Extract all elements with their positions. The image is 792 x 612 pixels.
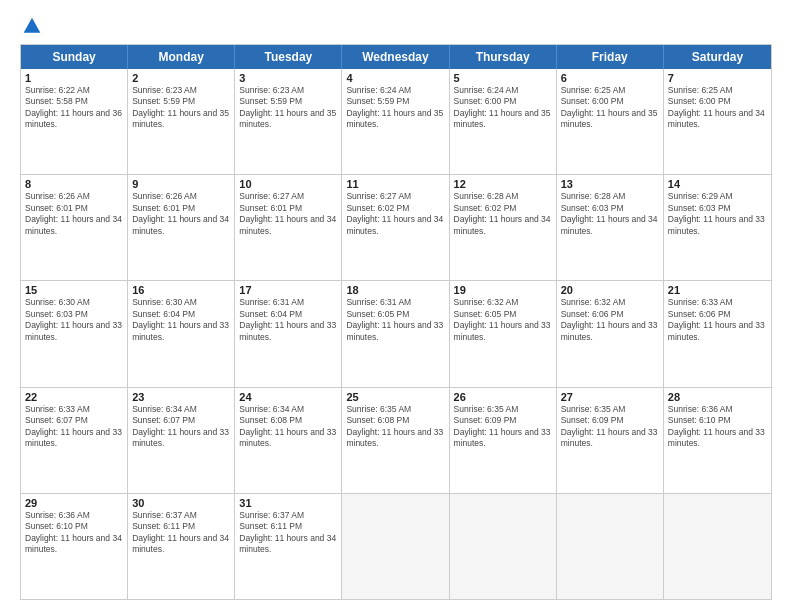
cell-info: Sunrise: 6:26 AMSunset: 6:01 PMDaylight:… [25, 191, 123, 237]
day-number: 4 [346, 72, 444, 84]
cell-info: Sunrise: 6:34 AMSunset: 6:07 PMDaylight:… [132, 404, 230, 450]
cell-info: Sunrise: 6:35 AMSunset: 6:09 PMDaylight:… [454, 404, 552, 450]
day-number: 12 [454, 178, 552, 190]
cell-info: Sunrise: 6:23 AMSunset: 5:59 PMDaylight:… [132, 85, 230, 131]
day-cell-19: 19Sunrise: 6:32 AMSunset: 6:05 PMDayligh… [450, 281, 557, 386]
day-number: 28 [668, 391, 767, 403]
day-cell-11: 11Sunrise: 6:27 AMSunset: 6:02 PMDayligh… [342, 175, 449, 280]
page: SundayMondayTuesdayWednesdayThursdayFrid… [0, 0, 792, 612]
day-number: 17 [239, 284, 337, 296]
day-cell-23: 23Sunrise: 6:34 AMSunset: 6:07 PMDayligh… [128, 388, 235, 493]
cell-info: Sunrise: 6:33 AMSunset: 6:07 PMDaylight:… [25, 404, 123, 450]
day-cell-30: 30Sunrise: 6:37 AMSunset: 6:11 PMDayligh… [128, 494, 235, 599]
week-row-2: 8Sunrise: 6:26 AMSunset: 6:01 PMDaylight… [21, 175, 771, 281]
header-day-wednesday: Wednesday [342, 45, 449, 69]
day-number: 20 [561, 284, 659, 296]
day-number: 23 [132, 391, 230, 403]
header [20, 16, 772, 34]
cell-info: Sunrise: 6:37 AMSunset: 6:11 PMDaylight:… [132, 510, 230, 556]
cell-info: Sunrise: 6:28 AMSunset: 6:03 PMDaylight:… [561, 191, 659, 237]
cell-info: Sunrise: 6:35 AMSunset: 6:08 PMDaylight:… [346, 404, 444, 450]
day-cell-14: 14Sunrise: 6:29 AMSunset: 6:03 PMDayligh… [664, 175, 771, 280]
header-day-monday: Monday [128, 45, 235, 69]
day-number: 18 [346, 284, 444, 296]
day-number: 7 [668, 72, 767, 84]
day-cell-24: 24Sunrise: 6:34 AMSunset: 6:08 PMDayligh… [235, 388, 342, 493]
day-cell-13: 13Sunrise: 6:28 AMSunset: 6:03 PMDayligh… [557, 175, 664, 280]
day-cell-16: 16Sunrise: 6:30 AMSunset: 6:04 PMDayligh… [128, 281, 235, 386]
day-cell-18: 18Sunrise: 6:31 AMSunset: 6:05 PMDayligh… [342, 281, 449, 386]
day-number: 9 [132, 178, 230, 190]
day-cell-28: 28Sunrise: 6:36 AMSunset: 6:10 PMDayligh… [664, 388, 771, 493]
header-day-saturday: Saturday [664, 45, 771, 69]
header-day-friday: Friday [557, 45, 664, 69]
empty-cell [450, 494, 557, 599]
day-cell-25: 25Sunrise: 6:35 AMSunset: 6:08 PMDayligh… [342, 388, 449, 493]
day-cell-5: 5Sunrise: 6:24 AMSunset: 6:00 PMDaylight… [450, 69, 557, 174]
calendar-header: SundayMondayTuesdayWednesdayThursdayFrid… [21, 45, 771, 69]
cell-info: Sunrise: 6:36 AMSunset: 6:10 PMDaylight:… [668, 404, 767, 450]
day-number: 19 [454, 284, 552, 296]
week-row-1: 1Sunrise: 6:22 AMSunset: 5:58 PMDaylight… [21, 69, 771, 175]
day-number: 16 [132, 284, 230, 296]
svg-marker-0 [24, 18, 41, 33]
logo [20, 16, 42, 34]
day-number: 29 [25, 497, 123, 509]
cell-info: Sunrise: 6:30 AMSunset: 6:03 PMDaylight:… [25, 297, 123, 343]
day-number: 8 [25, 178, 123, 190]
day-cell-29: 29Sunrise: 6:36 AMSunset: 6:10 PMDayligh… [21, 494, 128, 599]
day-number: 30 [132, 497, 230, 509]
day-number: 1 [25, 72, 123, 84]
cell-info: Sunrise: 6:28 AMSunset: 6:02 PMDaylight:… [454, 191, 552, 237]
day-cell-15: 15Sunrise: 6:30 AMSunset: 6:03 PMDayligh… [21, 281, 128, 386]
day-cell-8: 8Sunrise: 6:26 AMSunset: 6:01 PMDaylight… [21, 175, 128, 280]
day-cell-31: 31Sunrise: 6:37 AMSunset: 6:11 PMDayligh… [235, 494, 342, 599]
calendar: SundayMondayTuesdayWednesdayThursdayFrid… [20, 44, 772, 600]
empty-cell [664, 494, 771, 599]
day-cell-1: 1Sunrise: 6:22 AMSunset: 5:58 PMDaylight… [21, 69, 128, 174]
day-number: 25 [346, 391, 444, 403]
day-number: 26 [454, 391, 552, 403]
cell-info: Sunrise: 6:27 AMSunset: 6:02 PMDaylight:… [346, 191, 444, 237]
cell-info: Sunrise: 6:22 AMSunset: 5:58 PMDaylight:… [25, 85, 123, 131]
day-cell-27: 27Sunrise: 6:35 AMSunset: 6:09 PMDayligh… [557, 388, 664, 493]
cell-info: Sunrise: 6:32 AMSunset: 6:05 PMDaylight:… [454, 297, 552, 343]
cell-info: Sunrise: 6:25 AMSunset: 6:00 PMDaylight:… [561, 85, 659, 131]
day-cell-4: 4Sunrise: 6:24 AMSunset: 5:59 PMDaylight… [342, 69, 449, 174]
cell-info: Sunrise: 6:31 AMSunset: 6:04 PMDaylight:… [239, 297, 337, 343]
cell-info: Sunrise: 6:36 AMSunset: 6:10 PMDaylight:… [25, 510, 123, 556]
header-day-thursday: Thursday [450, 45, 557, 69]
day-cell-26: 26Sunrise: 6:35 AMSunset: 6:09 PMDayligh… [450, 388, 557, 493]
day-cell-7: 7Sunrise: 6:25 AMSunset: 6:00 PMDaylight… [664, 69, 771, 174]
calendar-body: 1Sunrise: 6:22 AMSunset: 5:58 PMDaylight… [21, 69, 771, 599]
cell-info: Sunrise: 6:35 AMSunset: 6:09 PMDaylight:… [561, 404, 659, 450]
cell-info: Sunrise: 6:25 AMSunset: 6:00 PMDaylight:… [668, 85, 767, 131]
day-cell-20: 20Sunrise: 6:32 AMSunset: 6:06 PMDayligh… [557, 281, 664, 386]
week-row-3: 15Sunrise: 6:30 AMSunset: 6:03 PMDayligh… [21, 281, 771, 387]
day-cell-3: 3Sunrise: 6:23 AMSunset: 5:59 PMDaylight… [235, 69, 342, 174]
header-day-tuesday: Tuesday [235, 45, 342, 69]
day-number: 6 [561, 72, 659, 84]
cell-info: Sunrise: 6:23 AMSunset: 5:59 PMDaylight:… [239, 85, 337, 131]
header-day-sunday: Sunday [21, 45, 128, 69]
day-number: 24 [239, 391, 337, 403]
cell-info: Sunrise: 6:31 AMSunset: 6:05 PMDaylight:… [346, 297, 444, 343]
day-number: 10 [239, 178, 337, 190]
logo-icon [22, 16, 42, 36]
day-cell-9: 9Sunrise: 6:26 AMSunset: 6:01 PMDaylight… [128, 175, 235, 280]
day-cell-17: 17Sunrise: 6:31 AMSunset: 6:04 PMDayligh… [235, 281, 342, 386]
day-cell-6: 6Sunrise: 6:25 AMSunset: 6:00 PMDaylight… [557, 69, 664, 174]
cell-info: Sunrise: 6:27 AMSunset: 6:01 PMDaylight:… [239, 191, 337, 237]
cell-info: Sunrise: 6:37 AMSunset: 6:11 PMDaylight:… [239, 510, 337, 556]
day-cell-10: 10Sunrise: 6:27 AMSunset: 6:01 PMDayligh… [235, 175, 342, 280]
day-number: 13 [561, 178, 659, 190]
cell-info: Sunrise: 6:34 AMSunset: 6:08 PMDaylight:… [239, 404, 337, 450]
empty-cell [557, 494, 664, 599]
cell-info: Sunrise: 6:26 AMSunset: 6:01 PMDaylight:… [132, 191, 230, 237]
empty-cell [342, 494, 449, 599]
day-cell-12: 12Sunrise: 6:28 AMSunset: 6:02 PMDayligh… [450, 175, 557, 280]
cell-info: Sunrise: 6:24 AMSunset: 6:00 PMDaylight:… [454, 85, 552, 131]
cell-info: Sunrise: 6:29 AMSunset: 6:03 PMDaylight:… [668, 191, 767, 237]
day-number: 21 [668, 284, 767, 296]
day-cell-2: 2Sunrise: 6:23 AMSunset: 5:59 PMDaylight… [128, 69, 235, 174]
